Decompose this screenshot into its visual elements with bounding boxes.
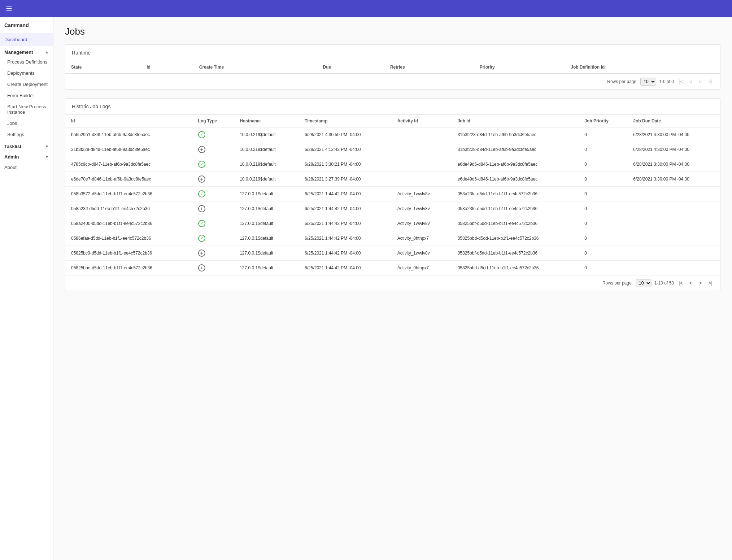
- sidebar-item-process-definitions[interactable]: Process Definitions: [0, 56, 53, 68]
- cell-job-id: 05825bbd-d5dd-11eb-b1f1-ee4c572c2b36: [452, 261, 579, 275]
- runtime-table: State Id Create Time Due Retries Priorit…: [65, 61, 720, 74]
- sidebar-section-admin: Admin ▼: [0, 151, 53, 161]
- cell-job-due-date: [627, 216, 720, 231]
- cell-job-priority: 0: [579, 127, 627, 142]
- runtime-col-priority: Priority: [474, 61, 565, 74]
- cell-timestamp: 6/28/2021 3:27:39 PM -04:00: [299, 172, 392, 187]
- cell-log-type: +: [192, 246, 234, 261]
- historic-col-job-id: Job Id: [452, 115, 579, 127]
- runtime-pagination-info: 1-0 of 0: [659, 79, 674, 84]
- cell-activity-id: Activity_1wwlv8v: [392, 216, 452, 231]
- sidebar-item-create-deployment[interactable]: Create Deployment: [0, 79, 53, 90]
- check-icon: ✓: [198, 161, 205, 168]
- historic-prev-page-button[interactable]: <: [688, 279, 694, 287]
- cell-job-priority: 0: [579, 201, 627, 216]
- cell-id: 058b3572-d5dd-11eb-b1f1-ee4c572c2b36: [65, 187, 192, 201]
- cell-id: e6de70e7-d846-11eb-af6b-9a3dc8fe5aec: [65, 172, 192, 187]
- cell-job-due-date: 6/28/2021 4:30:00 PM -04:00: [627, 127, 720, 142]
- check-icon: ✓: [198, 190, 205, 197]
- cell-id: 058a23ff-d5dd-11eb-b1f1-ee4c572c2b36: [65, 201, 192, 216]
- historic-rows-per-page-select[interactable]: 10: [636, 279, 652, 287]
- sidebar-item-dashboard[interactable]: Dashboard: [0, 33, 53, 46]
- historic-next-page-button[interactable]: >: [697, 279, 703, 287]
- historic-col-log-type: Log Type: [192, 115, 234, 127]
- cell-timestamp: 6/28/2021 4:12:42 PM -04:00: [299, 142, 392, 157]
- page-title: Jobs: [65, 26, 720, 37]
- plus-icon: +: [198, 264, 205, 272]
- sidebar-section-tasklist: Tasklist ▼: [0, 140, 53, 151]
- sidebar-item-form-builder[interactable]: Form Builder: [0, 90, 53, 101]
- cell-activity-id: [392, 127, 452, 142]
- table-row: 4785c9cb-d847-11eb-af6b-9a3dc8fe5aec ✓ 1…: [65, 157, 720, 172]
- historic-col-hostname: Hostname: [234, 115, 299, 127]
- hamburger-icon[interactable]: ☰: [6, 4, 12, 13]
- cell-log-type: +: [192, 172, 234, 187]
- cell-hostname: 10.0.0.219$default: [234, 157, 299, 172]
- historic-card: Historic Job Logs Id Log Type Hostname T…: [65, 98, 720, 291]
- cell-hostname: 127.0.0.1$default: [234, 231, 299, 246]
- cell-job-due-date: [627, 201, 720, 216]
- cell-job-id: 31b3f228-d84d-11eb-af6b-9a3dc8fe5aec: [452, 127, 579, 142]
- check-icon: ✓: [198, 131, 205, 138]
- sidebar-item-start-new-process[interactable]: Start New Process Instance: [0, 101, 53, 118]
- cell-job-priority: 0: [579, 216, 627, 231]
- cell-timestamp: 6/28/2021 3:30:21 PM -04:00: [299, 157, 392, 172]
- tasklist-chevron: ▼: [45, 144, 49, 148]
- cell-activity-id: [392, 142, 452, 157]
- cell-activity-id: Activity_0htnpx7: [392, 231, 452, 246]
- topbar: ☰: [0, 0, 732, 17]
- cell-hostname: 10.0.0.219$default: [234, 127, 299, 142]
- cell-log-type: ✓: [192, 187, 234, 201]
- cell-job-priority: 0: [579, 261, 627, 275]
- cell-hostname: 127.0.0.1$default: [234, 187, 299, 201]
- main-content: Jobs Runtime State Id Create Time Due Re…: [53, 17, 732, 560]
- historic-col-job-due-date: Job Due Date: [627, 115, 720, 127]
- runtime-col-due: Due: [317, 61, 384, 74]
- historic-col-activity-id: Activity Id: [392, 115, 452, 127]
- cell-activity-id: Activity_0htnpx7: [392, 261, 452, 275]
- cell-id: ba6529a1-d84f-11eb-af6b-9a3dc8fe5aec: [65, 127, 192, 142]
- cell-job-due-date: 6/28/2021 3:30:00 PM -04:00: [627, 172, 720, 187]
- runtime-prev-page-button[interactable]: <: [688, 78, 694, 85]
- cell-hostname: 127.0.0.1$default: [234, 246, 299, 261]
- cell-job-priority: 0: [579, 172, 627, 187]
- sidebar-item-deployments[interactable]: Deployments: [0, 68, 53, 79]
- historic-col-id: Id: [65, 115, 192, 127]
- table-row: 31b3f229-d84d-11eb-af6b-9a3dc8fe5aec + 1…: [65, 142, 720, 157]
- runtime-pagination: Rows per page: 10 1-0 of 0 |< < > >|: [65, 74, 720, 89]
- runtime-col-create-time: Create Time: [193, 61, 317, 74]
- cell-hostname: 127.0.0.1$default: [234, 201, 299, 216]
- cell-job-due-date: [627, 261, 720, 275]
- table-row: 0586efaa-d5dd-11eb-b1f1-ee4c572c2b36 ✓ 1…: [65, 231, 720, 246]
- runtime-rows-per-page-select[interactable]: 10: [640, 78, 656, 86]
- runtime-first-page-button[interactable]: |<: [677, 78, 685, 85]
- cell-hostname: 10.0.0.219$default: [234, 142, 299, 157]
- runtime-col-state: State: [65, 61, 141, 74]
- cell-hostname: 127.0.0.1$default: [234, 216, 299, 231]
- admin-chevron: ▼: [45, 155, 49, 159]
- sidebar-section-management: Management ▲: [0, 46, 53, 56]
- sidebar: Cammand Dashboard Management ▲ Process D…: [0, 17, 53, 560]
- table-row: 058a2400-d5dd-11eb-b1f1-ee4c572c2b36 ✓ 1…: [65, 216, 720, 231]
- cell-job-priority: 0: [579, 246, 627, 261]
- check-icon: ✓: [198, 220, 205, 227]
- runtime-next-page-button[interactable]: >: [697, 78, 703, 85]
- cell-id: 058a2400-d5dd-11eb-b1f1-ee4c572c2b36: [65, 216, 192, 231]
- historic-first-page-button[interactable]: |<: [677, 279, 685, 287]
- plus-icon: +: [198, 249, 205, 257]
- cell-job-id: 05825bbf-d5dd-11eb-b1f1-ee4c572c2b36: [452, 246, 579, 261]
- cell-job-due-date: 6/28/2021 4:30:00 PM -04:00: [627, 142, 720, 157]
- runtime-last-page-button[interactable]: >|: [706, 78, 714, 85]
- sidebar-item-jobs[interactable]: Jobs: [0, 118, 53, 129]
- cell-job-id: 05825bbd-d5dd-11eb-b1f1-ee4c572c2b36: [452, 231, 579, 246]
- historic-last-page-button[interactable]: >|: [706, 279, 714, 287]
- cell-job-priority: 0: [579, 142, 627, 157]
- cell-job-id: 058a23fe-d5dd-11eb-b1f1-ee4c572c2b36: [452, 201, 579, 216]
- cell-timestamp: 6/25/2021 1:44:42 PM -04:00: [299, 216, 392, 231]
- cell-log-type: +: [192, 201, 234, 216]
- plus-icon: +: [198, 146, 205, 153]
- sidebar-item-settings[interactable]: Settings: [0, 129, 53, 140]
- cell-job-id: 31b3f228-d84d-11eb-af6b-9a3dc8fe5aec: [452, 142, 579, 157]
- sidebar-item-about[interactable]: About: [0, 161, 53, 174]
- cell-log-type: ✓: [192, 157, 234, 172]
